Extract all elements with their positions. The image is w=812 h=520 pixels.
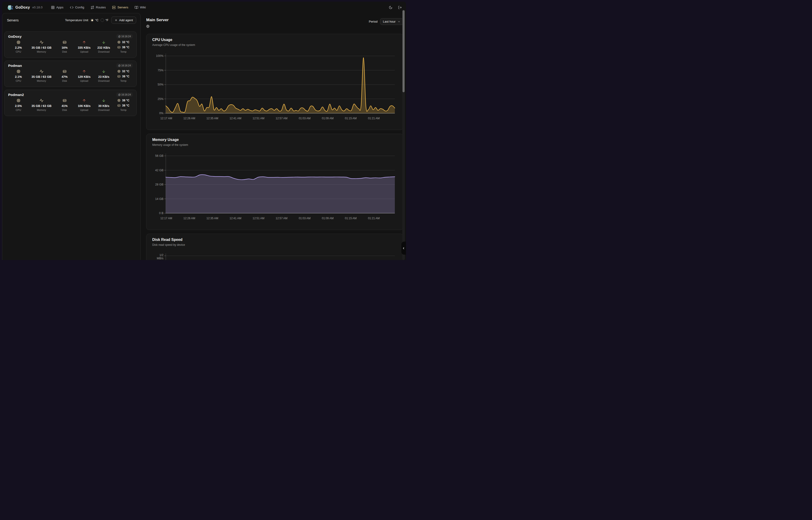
brand[interactable]: GoDoxy v0.18.0 xyxy=(7,4,43,10)
arrow-down-icon xyxy=(102,69,106,73)
stat-temp: 32 °C 38 °C Temp xyxy=(117,40,130,53)
period-value: Last hour xyxy=(383,20,395,23)
nav-item-label: Config xyxy=(75,6,84,9)
radio-celsius-control[interactable] xyxy=(90,19,94,22)
plus-icon xyxy=(115,19,117,22)
stat-cpu: 2.1% CPU xyxy=(12,69,25,82)
nav-item-servers[interactable]: Servers xyxy=(112,6,128,9)
chart-title: Disk Read Speed xyxy=(152,238,397,242)
app-container: GoDoxy v0.18.0 Apps Config Routes xyxy=(2,2,406,260)
cpu-label: CPU xyxy=(16,109,21,111)
svg-text:MB/s: MB/s xyxy=(157,257,164,260)
scrollbar-track[interactable] xyxy=(402,10,405,260)
radio-fahrenheit-label: °F xyxy=(106,19,109,22)
hard-drive-icon xyxy=(63,69,66,73)
book-open-icon xyxy=(135,6,138,9)
period-select[interactable]: Last hour xyxy=(380,18,403,25)
nav-item-wiki[interactable]: Wiki xyxy=(135,6,146,9)
cpu-chip-icon xyxy=(117,41,120,44)
stat-download: 23 KB/s Download xyxy=(97,69,110,82)
cpu-chip-icon xyxy=(117,70,120,73)
stat-temp: 38 °C 38 °C Temp xyxy=(117,98,130,111)
server-icon xyxy=(112,6,116,9)
charts-column: CPU Usage Average CPU usage of the syste… xyxy=(146,34,403,260)
svg-text:0 B: 0 B xyxy=(159,212,163,215)
chart-subtitle: Disk read speed by device xyxy=(152,243,397,246)
download-value: 30 KB/s xyxy=(98,104,109,108)
disk-temp-value: 38 °C xyxy=(122,104,129,107)
server-card[interactable]: Podman @ 16:16:24 2.1% CPU 35 GB / 63 GB… xyxy=(4,60,137,87)
server-stats-row: 2.2% CPU 35 GB / 63 GB Memory 16% Disk xyxy=(8,40,133,53)
hard-drive-icon xyxy=(117,104,120,107)
cpu-label: CPU xyxy=(16,79,21,82)
period-control: Period Last hour xyxy=(369,18,403,25)
chart-title: CPU Usage xyxy=(152,38,397,42)
svg-text:01:09 AM: 01:09 AM xyxy=(322,217,334,220)
sidebar-title: Servers xyxy=(7,19,19,22)
svg-text:12:35 AM: 12:35 AM xyxy=(206,217,218,220)
cpu-temp-row: 38 °C xyxy=(117,98,129,103)
server-card[interactable]: Podman2 @ 16:16:24 2.5% CPU 35 GB / 63 G… xyxy=(4,90,137,116)
svg-text:01:21 AM: 01:21 AM xyxy=(368,217,380,220)
svg-text:01:03 AM: 01:03 AM xyxy=(299,117,311,120)
svg-text:12:51 AM: 12:51 AM xyxy=(253,217,264,220)
svg-text:12:41 AM: 12:41 AM xyxy=(229,117,242,120)
svg-text:25%: 25% xyxy=(158,97,163,101)
radio-celsius[interactable]: °C xyxy=(90,19,99,22)
stat-disk: 16% Disk xyxy=(58,40,71,53)
hard-drive-icon xyxy=(117,75,120,78)
nav-item-apps[interactable]: Apps xyxy=(51,6,63,9)
disk-read-chart: 1/2MB/s12:17 AM12:26 AM12:35 AM12:41 AM1… xyxy=(152,250,397,260)
memory-usage-chart: 0 B14 GB28 GB42 GB56 GB12:17 AM12:26 AM1… xyxy=(152,150,397,220)
dark-mode-toggle[interactable] xyxy=(389,6,392,9)
nav-item-routes[interactable]: Routes xyxy=(90,6,106,9)
svg-text:12:17 AM: 12:17 AM xyxy=(160,217,172,220)
arrow-up-icon xyxy=(82,40,86,44)
server-card-head: Podman @ 16:16:24 xyxy=(8,63,133,68)
stat-temp: 32 °C 38 °C Temp xyxy=(117,69,130,82)
server-card-head: GoDoxy @ 16:16:24 xyxy=(8,34,133,38)
temp-label: Temp xyxy=(120,109,127,111)
chevron-left-icon xyxy=(402,247,405,250)
server-card[interactable]: GoDoxy @ 16:16:24 2.2% CPU 35 GB / 63 GB… xyxy=(4,31,137,58)
svg-text:01:21 AM: 01:21 AM xyxy=(368,117,380,120)
logout-button[interactable] xyxy=(398,6,402,9)
add-agent-label: Add agent xyxy=(119,19,133,22)
radio-fahrenheit-control[interactable] xyxy=(101,19,104,22)
nav-item-label: Wiki xyxy=(140,6,146,9)
svg-text:01:09 AM: 01:09 AM xyxy=(322,117,334,120)
nav-items: Apps Config Routes Servers Wiki xyxy=(51,6,146,9)
arrow-down-icon xyxy=(102,40,106,44)
cpu-chip-icon xyxy=(17,40,21,44)
download-value: 232 KB/s xyxy=(97,46,110,49)
disk-label: Disk xyxy=(62,79,67,82)
add-agent-button[interactable]: Add agent xyxy=(111,17,136,24)
svg-text:12:17 AM: 12:17 AM xyxy=(160,117,172,120)
cpu-temp-value: 38 °C xyxy=(122,99,129,102)
memory-label: Memory xyxy=(37,109,46,111)
arrow-down-icon xyxy=(102,98,106,103)
chart-subtitle: Memory usage of the system xyxy=(152,143,397,147)
download-label: Download xyxy=(98,109,109,111)
scrollbar-thumb[interactable] xyxy=(402,10,404,92)
stat-download: 30 KB/s Download xyxy=(97,98,110,111)
svg-text:50%: 50% xyxy=(158,83,163,86)
upload-value: 106 KB/s xyxy=(78,104,90,108)
main-area: Main Server Period Last hour xyxy=(141,13,406,260)
radio-fahrenheit[interactable]: °F xyxy=(101,19,109,22)
disk-read-chart-card: Disk Read Speed Disk read speed by devic… xyxy=(146,234,403,260)
activity-icon xyxy=(39,98,44,103)
period-label: Period xyxy=(369,20,377,23)
disk-value: 16% xyxy=(61,46,67,49)
panel-collapse-tab[interactable] xyxy=(401,241,406,255)
logout-icon xyxy=(398,6,402,9)
cpu-value: 2.2% xyxy=(15,46,22,49)
server-stats-row: 2.1% CPU 35 GB / 63 GB Memory 47% Disk xyxy=(8,69,133,82)
cpu-temp-value: 32 °C xyxy=(122,41,129,44)
cpu-chip-icon xyxy=(117,99,120,102)
arrow-up-icon xyxy=(82,69,86,73)
memory-label: Memory xyxy=(37,79,46,82)
memory-value: 35 GB / 63 GB xyxy=(31,104,52,108)
godoxy-app: GoDoxy v0.18.0 Apps Config Routes xyxy=(0,0,406,260)
nav-item-config[interactable]: Config xyxy=(70,6,84,9)
